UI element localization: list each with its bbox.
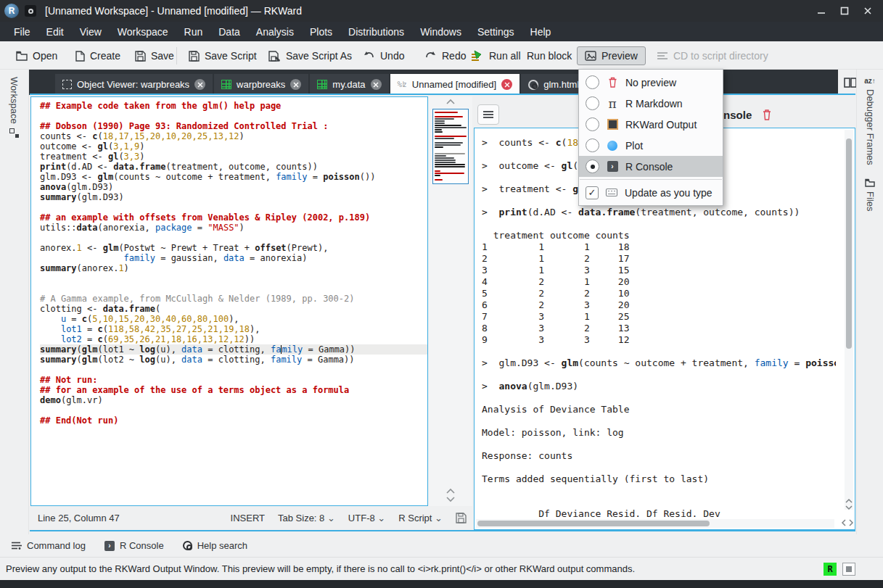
maximize-button[interactable] [837, 3, 853, 19]
code-line: ## End(Not run) [40, 415, 427, 426]
folder-icon [16, 51, 28, 61]
scrollbar-thumb[interactable] [477, 521, 710, 526]
close-button[interactable] [860, 3, 876, 19]
tab-close-icon[interactable] [501, 79, 512, 90]
r-engine-status-badge: R [824, 563, 837, 576]
tab-size-selector[interactable]: Tab Size: 8 ⌄ [278, 513, 335, 523]
menu-windows[interactable]: Windows [412, 23, 469, 41]
new-document-icon [75, 51, 85, 62]
tab-close-icon[interactable] [371, 79, 382, 90]
menu-item-update-as-you-type[interactable]: ✓ Update as you type [579, 182, 723, 203]
chevron-down-icon: ⌄ [327, 513, 335, 523]
split-view-icon[interactable] [844, 78, 857, 88]
save-icon [135, 51, 146, 62]
console-line [482, 415, 836, 427]
tab-glm-help[interactable]: glm.html [521, 74, 586, 95]
scroll-down-icon[interactable] [845, 505, 853, 510]
open-button[interactable]: Open [16, 46, 57, 65]
filetype-selector[interactable]: R Script ⌄ [398, 513, 443, 523]
menu-plots[interactable]: Plots [302, 23, 340, 41]
scrollbar-thumb[interactable] [846, 138, 852, 349]
console-line: Model: poisson, link: log [482, 427, 836, 439]
editor-scrollbar-strip[interactable] [429, 96, 472, 506]
preview-menu-button[interactable] [477, 104, 499, 125]
menu-settings[interactable]: Settings [469, 23, 522, 41]
menu-view[interactable]: View [72, 23, 110, 41]
menu-distributions[interactable]: Distributions [340, 23, 412, 41]
menu-file[interactable]: File [6, 23, 38, 41]
window-status-bar: Preview any output to the RKWard Output … [0, 557, 883, 580]
tab-close-icon[interactable] [194, 79, 205, 90]
scroll-up-icon[interactable] [429, 96, 472, 104]
radio-icon [586, 138, 599, 152]
menu-data[interactable]: Data [210, 23, 248, 41]
menu-item-r-console[interactable]: › R Console [579, 156, 723, 177]
code-line [40, 405, 427, 415]
menu-item-r-markdown[interactable]: π R Markdown [579, 93, 723, 114]
scroll-left-icon[interactable] [842, 519, 846, 526]
interrupt-r-button[interactable] [842, 563, 855, 576]
toolview-help-search[interactable]: Help search [183, 540, 247, 551]
console-horizontal-scrollbar[interactable] [476, 519, 834, 528]
menu-item-plot[interactable]: Plot [579, 135, 723, 156]
run-all-button[interactable]: Run all [470, 46, 521, 65]
preview-button[interactable]: Preview [577, 46, 646, 65]
sidebar-item-debugger-frames[interactable]: az↑ Debugger Frames [857, 77, 883, 165]
save-script-as-button[interactable]: Save Script As [268, 46, 352, 65]
command-log-icon [12, 542, 22, 550]
editor-code-area[interactable]: ## Example code taken from the glm() hel… [31, 97, 427, 426]
menu-edit[interactable]: Edit [38, 23, 72, 41]
console-line [482, 392, 836, 404]
console-line [482, 485, 836, 497]
menu-analysis[interactable]: Analysis [248, 23, 302, 41]
console-line: 1 1 1 18 [482, 241, 836, 253]
code-line [40, 283, 427, 294]
editor-minimap[interactable] [432, 109, 469, 184]
tab-unnamed-modified[interactable]: %ʫ Unnamed [modified] [390, 74, 520, 95]
radio-icon [586, 75, 599, 89]
code-line: demo(glm.vr) [40, 395, 427, 405]
title-bar: R [Unnamed Workspace] - Unnamed [modifie… [0, 0, 883, 22]
tab-warpbreaks[interactable]: warpbreaks [214, 74, 308, 95]
save-script-button[interactable]: Save Script [189, 46, 257, 65]
redo-button[interactable]: Redo [424, 46, 466, 65]
radio-icon [586, 96, 599, 110]
menu-item-no-preview[interactable]: No preview [579, 72, 723, 93]
console-line [482, 497, 836, 508]
console-vertical-scrollbar[interactable] [845, 130, 853, 510]
minimize-button[interactable] [813, 3, 829, 19]
scroll-up-icon[interactable] [446, 489, 455, 494]
scroll-up-icon[interactable] [845, 499, 853, 503]
sidebar-item-files[interactable]: Files [857, 178, 883, 211]
code-line: ## an example with offsets from Venables… [40, 212, 427, 223]
object-viewer-icon [62, 80, 72, 89]
menu-item-rkward-output[interactable]: RKWard Output [579, 114, 723, 135]
code-line: summary(anorex.1) [40, 263, 427, 273]
sort-az-icon: az↑ [864, 77, 876, 85]
insert-mode-label[interactable]: INSERT [231, 513, 265, 523]
code-line: family = gaussian, data = anorexia) [40, 253, 427, 263]
cd-to-script-directory-button[interactable]: CD to script directory [657, 46, 768, 65]
script-editor[interactable]: ## Example code taken from the glm() hel… [30, 96, 428, 506]
tab-close-icon[interactable] [290, 79, 301, 90]
sidebar-item-workspace[interactable]: Workspace [0, 77, 28, 138]
undo-button[interactable]: Undo [363, 46, 404, 65]
encoding-selector[interactable]: UTF-8 ⌄ [348, 513, 385, 523]
menu-workspace[interactable]: Workspace [110, 23, 176, 41]
tab-my-data[interactable]: my.data [310, 74, 388, 95]
console-line: 8 3 2 13 [482, 323, 836, 334]
tab-object-viewer-warpbreaks[interactable]: Object Viewer: warpbreaks [55, 74, 213, 95]
menu-run[interactable]: Run [176, 23, 211, 41]
run-block-button[interactable]: Run block [527, 46, 572, 65]
code-line [40, 111, 427, 121]
console-icon: › [104, 541, 115, 551]
save-button[interactable]: Save [135, 46, 174, 65]
toolview-r-console[interactable]: › R Console [104, 540, 164, 551]
menu-help[interactable]: Help [522, 23, 559, 41]
scroll-down-icon[interactable] [446, 497, 455, 502]
trash-icon[interactable] [762, 109, 772, 120]
create-button[interactable]: Create [75, 46, 120, 65]
toolview-command-log[interactable]: Command log [12, 540, 86, 551]
scroll-right-icon[interactable] [849, 519, 853, 526]
undo-icon [363, 51, 375, 62]
